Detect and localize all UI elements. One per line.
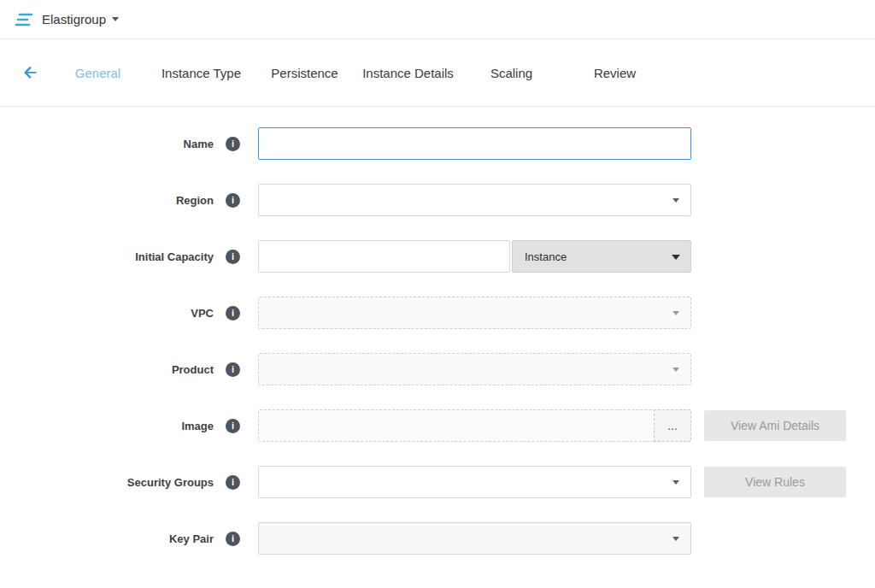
region-row: Region [0,184,875,216]
image-input[interactable] [258,409,655,442]
capacity-unit-value: Instance [525,250,567,263]
key-pair-label: Key Pair [0,532,214,545]
info-icon[interactable] [226,475,240,490]
product-label: Product [0,363,214,376]
view-ami-details-button[interactable]: View Ami Details [704,410,846,441]
vpc-label: VPC [0,307,214,320]
name-input[interactable] [258,127,691,160]
tab-scaling[interactable]: Scaling [460,66,563,80]
vpc-row: VPC [0,297,875,329]
app-name: Elastigroup [42,12,106,26]
tab-review[interactable]: Review [563,66,667,80]
initial-capacity-row: Initial Capacity Instance [0,240,875,273]
info-icon[interactable] [226,137,240,151]
info-icon[interactable] [226,362,240,377]
security-groups-label: Security Groups [0,476,214,489]
key-pair-row: Key Pair [0,522,875,555]
chevron-down-icon [672,537,679,541]
info-icon[interactable] [226,306,240,320]
vpc-select[interactable] [258,297,691,329]
chevron-down-icon [672,255,680,260]
security-groups-select[interactable] [258,466,691,498]
tab-general[interactable]: General [46,66,150,80]
app-switcher[interactable]: Elastigroup [42,12,119,26]
elastigroup-create-page: Elastigroup General Instance Type Persis… [0,0,875,588]
wizard-tabs: General Instance Type Persistence Instan… [46,66,667,80]
security-groups-row: Security Groups View Rules [0,466,875,498]
info-icon[interactable] [226,193,240,208]
chevron-down-icon [672,368,679,372]
region-select[interactable] [258,184,691,216]
tab-bar: General Instance Type Persistence Instan… [0,39,875,107]
chevron-down-icon [672,198,679,203]
view-rules-button[interactable]: View Rules [704,467,846,497]
general-form: Name Region Initial Capacity [0,107,875,555]
elastigroup-logo-icon [14,12,34,27]
product-row: Product [0,353,875,385]
tab-instance-type[interactable]: Instance Type [150,66,253,80]
topbar: Elastigroup [0,0,875,39]
image-browse-button[interactable]: ... [654,409,691,442]
region-label: Region [0,194,214,207]
product-select[interactable] [258,353,691,385]
tab-instance-details[interactable]: Instance Details [356,66,460,80]
back-arrow-icon[interactable] [15,63,46,82]
name-row: Name [0,127,875,160]
initial-capacity-input[interactable] [258,240,510,273]
chevron-down-icon [672,311,679,315]
info-icon[interactable] [226,532,240,546]
tab-persistence[interactable]: Persistence [253,66,356,80]
info-icon[interactable] [226,419,240,433]
key-pair-select[interactable] [258,522,691,555]
chevron-down-icon [672,480,679,485]
info-icon[interactable] [226,250,240,264]
initial-capacity-label: Initial Capacity [0,250,214,263]
chevron-down-icon [112,17,119,21]
capacity-unit-select[interactable]: Instance [512,240,691,273]
image-label: Image [0,420,214,432]
image-row: Image ... View Ami Details [0,409,875,442]
name-label: Name [0,138,214,150]
